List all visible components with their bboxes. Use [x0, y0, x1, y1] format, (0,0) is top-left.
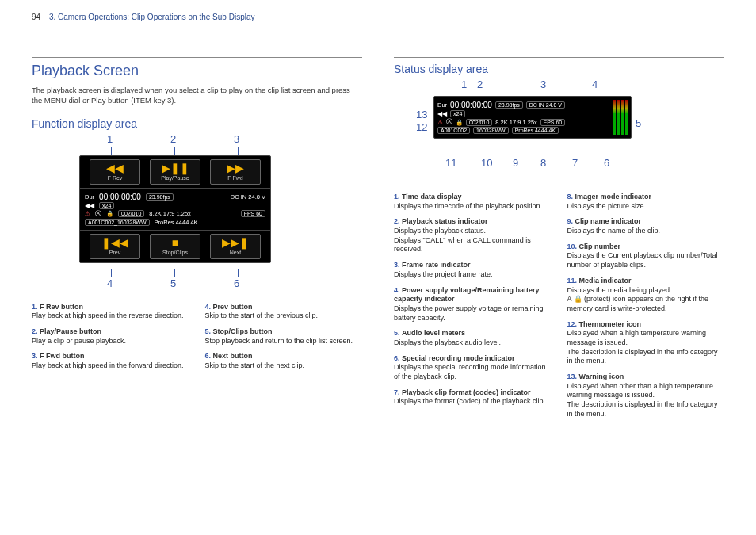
media-a-icon: Ⓐ: [95, 210, 101, 218]
s-callout-13: 13: [416, 109, 427, 120]
lock-icon: 🔒: [456, 119, 463, 126]
s-callout-7: 7: [572, 157, 578, 169]
frev-button[interactable]: ◀◀F Rev: [90, 159, 140, 185]
next-button[interactable]: ▶▶❚Next: [210, 234, 261, 259]
status-defs: 1. Time data displayDisplays the timecod…: [394, 193, 724, 425]
forward-icon: ▶▶: [227, 162, 244, 174]
status-diagram: 1 2 3 4 13 12 5 Dur 00:00:00:00 23.98fps…: [433, 82, 655, 185]
skip-prev-icon: ❚◀◀: [101, 237, 128, 248]
callout-2: 2: [170, 133, 176, 145]
s-callout-8: 8: [540, 157, 546, 169]
play-pause-button[interactable]: ▶❚❚Play/Pause: [150, 159, 200, 185]
callout-5: 5: [170, 277, 176, 289]
s-callout-9: 9: [513, 157, 518, 169]
audio-meters: [613, 100, 628, 135]
rewind-icon: ◀◀: [106, 162, 124, 174]
s-callout-5: 5: [636, 117, 641, 129]
page-number: 94: [32, 13, 40, 21]
chapter-title: 3. Camera Operations: Clip Operations on…: [49, 13, 255, 21]
media-a-icon: Ⓐ: [446, 118, 452, 126]
playback-heading: Playback Screen: [32, 57, 362, 79]
ffwd-button[interactable]: ▶▶F Fwd: [210, 159, 261, 185]
left-column: Playback Screen The playback screen is d…: [32, 41, 362, 425]
s-callout-6: 6: [604, 157, 609, 169]
function-diagram: 1 2 3 ◀◀F Rev ▶❚❚Play/Pause ▶▶F Fwd Dur …: [79, 136, 285, 295]
s-callout-10: 10: [481, 157, 492, 169]
function-defs: 1. F Rev buttonPlay back at high speed i…: [32, 303, 362, 377]
rewind-small-icon: ◀◀: [85, 202, 94, 209]
lock-icon: 🔒: [106, 210, 113, 217]
callout-1: 1: [107, 133, 113, 145]
warning-icon: ⚠: [85, 210, 90, 217]
s-callout-3: 3: [540, 78, 546, 90]
s-callout-4: 4: [592, 78, 598, 90]
warning-icon: ⚠: [437, 119, 443, 126]
stop-icon: ■: [172, 237, 178, 248]
play-pause-icon: ▶❚❚: [162, 162, 189, 174]
status-strip: Dur 00:00:00:00 23.98fps DC IN 24.0 V ◀◀…: [80, 188, 270, 231]
stop-clips-button[interactable]: ■Stop/Clips: [150, 234, 200, 259]
callout-6: 6: [234, 277, 239, 289]
s-callout-12: 12: [416, 121, 427, 133]
status-area-heading: Status display area: [394, 57, 724, 75]
playback-intro: The playback screen is displayed when yo…: [32, 86, 362, 106]
s-callout-2: 2: [477, 78, 483, 90]
skip-next-icon: ▶▶❚: [222, 237, 249, 248]
function-area-heading: Function display area: [32, 117, 362, 130]
s-callout-11: 11: [445, 157, 456, 169]
s-callout-1: 1: [461, 78, 467, 90]
rewind-small-icon: ◀◀: [437, 110, 447, 117]
callout-4: 4: [107, 277, 113, 289]
prev-button[interactable]: ❚◀◀Prev: [90, 234, 140, 259]
page-header: 94 3. Camera Operations: Clip Operations…: [32, 13, 724, 25]
right-column: Status display area 1 2 3 4 13 12 5 Dur …: [394, 41, 724, 425]
callout-3: 3: [234, 133, 239, 145]
